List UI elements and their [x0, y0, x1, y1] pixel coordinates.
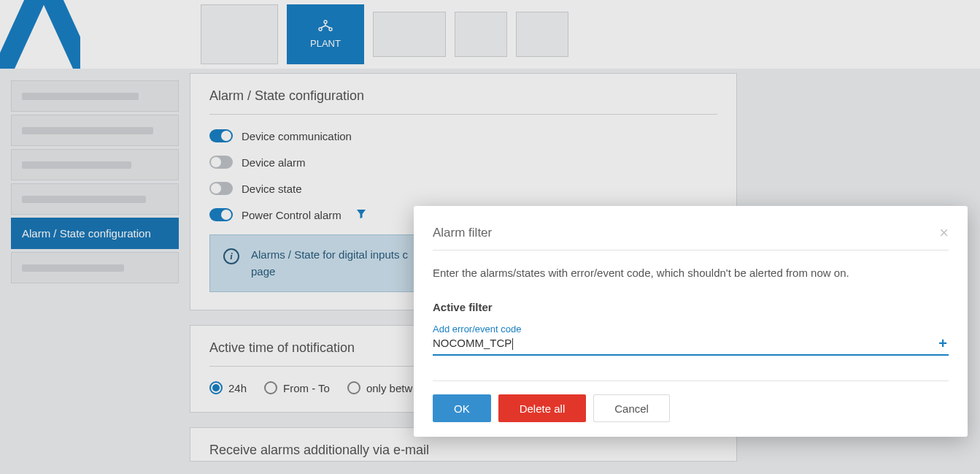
cancel-button[interactable]: Cancel	[593, 394, 670, 422]
error-code-input[interactable]: NOCOMM_TCP	[433, 334, 949, 356]
dialog-header: Alarm filter ×	[433, 225, 949, 251]
active-filter-heading: Active filter	[433, 301, 949, 313]
dialog-description: Enter the alarms/states with error/event…	[433, 267, 949, 279]
ok-button[interactable]: OK	[433, 394, 491, 422]
close-icon[interactable]: ×	[939, 225, 949, 241]
delete-all-button[interactable]: Delete all	[498, 394, 587, 422]
input-label: Add error/event code	[433, 324, 521, 335]
dialog-actions: OK Delete all Cancel	[433, 381, 949, 422]
alarm-filter-dialog: Alarm filter × Enter the alarms/states w…	[414, 206, 968, 437]
error-code-input-wrap: Add error/event code NOCOMM_TCP +	[433, 334, 949, 356]
dialog-title: Alarm filter	[433, 226, 492, 240]
add-icon[interactable]: +	[938, 335, 947, 352]
